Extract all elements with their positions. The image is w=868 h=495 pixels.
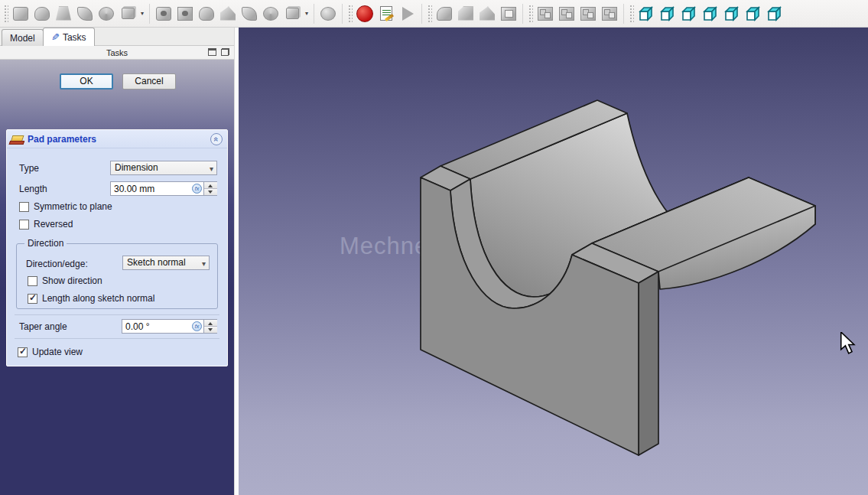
toolbar-drag-handle[interactable] [629, 4, 634, 24]
toolbar-drag-handle[interactable] [3, 4, 8, 24]
update-view-checkbox[interactable]: ✓ Update view [18, 347, 83, 357]
macro-record-button[interactable] [354, 3, 375, 24]
linear-pattern-button[interactable] [556, 3, 577, 24]
toolbar-separator [314, 4, 314, 24]
polar-pattern-button[interactable] [577, 3, 599, 24]
direction-group-label: Direction [24, 238, 67, 249]
length-input[interactable] [114, 183, 187, 194]
separator [15, 314, 219, 315]
length-label: Length [19, 184, 47, 194]
groove-button[interactable] [196, 3, 217, 24]
additive-helix-button[interactable] [96, 3, 117, 24]
additive-loft-button[interactable] [53, 3, 74, 24]
subtractive-primitive-dropdown-icon[interactable]: ▾ [303, 10, 310, 17]
main-toolbar: ▾ ▾ [0, 0, 868, 28]
taper-angle-spinbox[interactable]: fx [122, 319, 217, 334]
pad-parameters-box: Pad parameters « Type Dimension ▾ Length… [6, 129, 228, 366]
rear-view-button[interactable] [721, 3, 743, 24]
left-view-button[interactable] [764, 3, 785, 24]
thickness-button[interactable] [498, 3, 519, 24]
revolution-button[interactable] [31, 3, 53, 24]
taper-angle-input[interactable] [125, 321, 187, 332]
bottom-view-button[interactable] [743, 3, 764, 24]
reversed-checkbox[interactable]: Reversed [19, 219, 73, 230]
length-along-sketch-normal-label: Length along sketch normal [42, 293, 154, 304]
cancel-button[interactable]: Cancel [122, 73, 176, 90]
expression-icon[interactable]: fx [192, 184, 202, 194]
freecad-window: ▾ ▾ [0, 0, 868, 495]
length-spinbox[interactable]: fx [110, 181, 217, 196]
ok-button[interactable]: OK [60, 73, 113, 90]
multitransform-button[interactable] [599, 3, 620, 24]
subtractive-loft-button[interactable] [217, 3, 239, 24]
mirrored-button[interactable] [535, 3, 556, 24]
tasks-panel-titlebar: Tasks [0, 46, 234, 60]
dock-panel-icon[interactable] [208, 48, 216, 56]
chamfer-button[interactable] [455, 3, 476, 24]
chevron-down-icon: ▾ [202, 257, 206, 270]
draft-button[interactable] [476, 3, 498, 24]
axonometric-view-button[interactable] [636, 3, 657, 24]
chevron-down-icon: ▾ [210, 162, 213, 175]
front-view-button[interactable] [657, 3, 678, 24]
tab-tasks[interactable]: ✎ Tasks [43, 28, 95, 46]
pad-model[interactable] [239, 28, 868, 495]
update-view-label: Update view [32, 347, 83, 357]
tab-model[interactable]: Model [2, 29, 44, 46]
toolbar-separator [522, 4, 523, 24]
pad-icon [11, 135, 24, 142]
type-combobox[interactable]: Dimension ▾ [110, 161, 217, 175]
toolbar-separator [342, 4, 343, 24]
right-view-button[interactable] [700, 3, 721, 24]
length-spin-down-button[interactable] [204, 189, 217, 195]
3d-viewport[interactable]: Mechnexus.com [239, 28, 868, 495]
pad-parameters-title: Pad parameters [28, 134, 96, 145]
mouse-cursor [840, 332, 857, 355]
length-spin-up-button[interactable] [204, 182, 217, 189]
show-direction-label: Show direction [42, 275, 102, 286]
show-direction-checkbox[interactable]: Show direction [28, 275, 102, 286]
checkmark: ✓ [19, 346, 27, 357]
macro-edit-button[interactable] [375, 3, 397, 24]
type-label: Type [19, 163, 39, 174]
dock-tab-bar: Model ✎ Tasks [0, 28, 234, 46]
taper-spin-down-button[interactable] [204, 327, 217, 333]
top-view-button[interactable] [678, 3, 700, 24]
float-panel-icon[interactable] [221, 48, 229, 56]
tab-tasks-label: Tasks [63, 32, 86, 43]
pad-parameters-header[interactable]: Pad parameters [7, 130, 227, 148]
toolbar-separator [623, 4, 624, 24]
toolbar-drag-handle[interactable] [347, 4, 353, 24]
plate-right-side-face [639, 272, 658, 455]
macro-play-button[interactable] [397, 3, 418, 24]
toolbar-drag-handle[interactable] [528, 4, 533, 24]
left-dock-panel: Model ✎ Tasks Tasks OK Cancel Pad pa [0, 28, 234, 495]
fillet-button[interactable] [434, 3, 455, 24]
direction-group: Direction Direction/edge: Sketch normal … [16, 243, 218, 309]
subtractive-primitive-button[interactable] [281, 3, 303, 24]
additive-primitive-button[interactable] [117, 3, 138, 24]
symmetric-to-plane-checkbox[interactable]: Symmetric to plane [19, 201, 112, 212]
additive-primitive-dropdown-icon[interactable]: ▾ [138, 10, 146, 17]
pocket-button[interactable] [153, 3, 174, 24]
separator [15, 338, 219, 339]
taper-spin-up-button[interactable] [204, 320, 217, 327]
hole-button[interactable] [174, 3, 196, 24]
sphere-button[interactable] [317, 3, 339, 24]
toolbar-separator [149, 4, 150, 24]
toolbar-drag-handle[interactable] [427, 4, 432, 24]
expression-icon[interactable]: fx [192, 321, 202, 331]
subtractive-pipe-button[interactable] [239, 3, 260, 24]
additive-pipe-button[interactable] [74, 3, 96, 24]
checkmark: ✓ [29, 292, 37, 303]
taper-angle-label: Taper angle [19, 321, 67, 332]
tab-model-label: Model [10, 33, 35, 44]
direction-edge-combobox[interactable]: Sketch normal ▾ [122, 256, 210, 270]
pencil-icon: ✎ [51, 31, 60, 43]
type-value: Dimension [115, 162, 158, 173]
toolbar-separator [421, 4, 422, 24]
subtractive-helix-button[interactable] [260, 3, 281, 24]
length-along-sketch-normal-checkbox[interactable]: ✓ Length along sketch normal [28, 293, 154, 304]
pad-button[interactable] [10, 3, 31, 24]
collapse-button[interactable]: « [210, 133, 223, 145]
